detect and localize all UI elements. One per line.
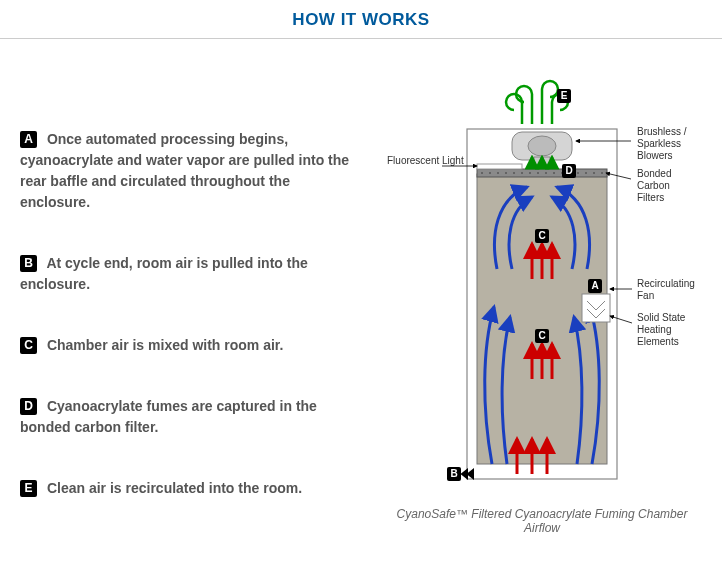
step-badge-c: C	[20, 337, 37, 354]
svg-point-21	[601, 172, 603, 174]
intake-arrow-icon	[462, 470, 473, 478]
svg-point-14	[545, 172, 547, 174]
step-d: D Cyanoacrylate fumes are captured in th…	[20, 396, 362, 438]
step-badge-b: B	[20, 255, 37, 272]
label-heat-3: Elements	[637, 336, 679, 347]
label-filters-3: Filters	[637, 192, 664, 203]
label-heat-2: Heating	[637, 324, 671, 335]
label-filters-2: Carbon	[637, 180, 670, 191]
diagram-wrap: E	[382, 69, 702, 535]
airflow-diagram: E	[382, 69, 702, 499]
step-text-c: Chamber air is mixed with room air.	[47, 337, 284, 353]
section-header: HOW IT WORKS	[0, 0, 722, 39]
marker-d: D	[565, 165, 572, 176]
svg-point-13	[537, 172, 539, 174]
label-blowers-3: Blowers	[637, 150, 673, 161]
marker-c1: C	[538, 230, 545, 241]
svg-point-12	[529, 172, 531, 174]
diagram-column: E	[382, 69, 702, 539]
label-blowers-2: Sparkless	[637, 138, 681, 149]
svg-point-15	[553, 172, 555, 174]
svg-point-11	[521, 172, 523, 174]
diagram-caption: CyanoSafe™ Filtered Cyanoacrylate Fuming…	[382, 507, 702, 535]
step-a: A Once automated processing begins, cyan…	[20, 129, 362, 213]
label-blowers-1: Brushless /	[637, 126, 687, 137]
svg-point-6	[481, 172, 483, 174]
label-heat-1: Solid State	[637, 312, 686, 323]
marker-e: E	[561, 90, 568, 101]
label-filters-1: Bonded	[637, 168, 671, 179]
marker-a: A	[591, 280, 598, 291]
svg-point-20	[593, 172, 595, 174]
label-fan-2: Fan	[637, 290, 654, 301]
svg-point-10	[513, 172, 515, 174]
svg-point-7	[489, 172, 491, 174]
step-b: B At cycle end, room air is pulled into …	[20, 253, 362, 295]
step-badge-a: A	[20, 131, 37, 148]
svg-point-9	[505, 172, 507, 174]
content-row: A Once automated processing begins, cyan…	[0, 39, 722, 549]
step-badge-d: D	[20, 398, 37, 415]
carbon-filter-icon	[477, 169, 607, 177]
step-text-a: Once automated processing begins, cyanoa…	[20, 131, 349, 210]
fluorescent-light-icon	[477, 164, 522, 169]
svg-point-19	[585, 172, 587, 174]
label-fan-1: Recirculating	[637, 278, 695, 289]
step-badge-e: E	[20, 480, 37, 497]
marker-c2: C	[538, 330, 545, 341]
step-e: E Clean air is recirculated into the roo…	[20, 478, 362, 499]
steps-column: A Once automated processing begins, cyan…	[20, 69, 362, 539]
marker-b: B	[450, 468, 457, 479]
page-title: HOW IT WORKS	[0, 10, 722, 30]
step-c: C Chamber air is mixed with room air.	[20, 335, 362, 356]
step-text-b: At cycle end, room air is pulled into th…	[20, 255, 308, 292]
step-text-e: Clean air is recirculated into the room.	[47, 480, 302, 496]
svg-point-18	[577, 172, 579, 174]
label-fluorescent-1: Fluorescent Light	[387, 155, 464, 166]
step-text-d: Cyanoacrylate fumes are captured in the …	[20, 398, 317, 435]
svg-point-8	[497, 172, 499, 174]
svg-point-4	[528, 136, 556, 156]
